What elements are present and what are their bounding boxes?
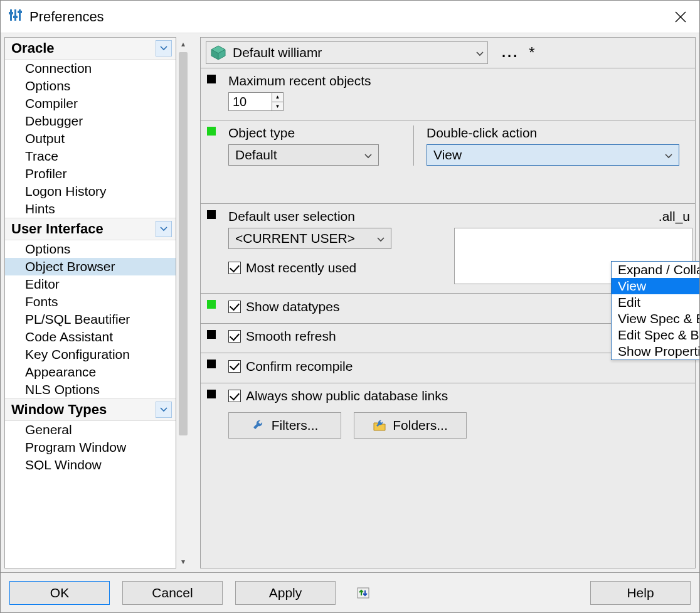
dropdown-item[interactable]: View Spec & Body [612, 311, 699, 327]
svg-rect-4 [13, 16, 18, 18]
spin-down-button[interactable]: ▼ [272, 102, 283, 111]
spin-up-button[interactable]: ▲ [272, 93, 283, 102]
svg-rect-5 [18, 11, 22, 13]
sidebar-item-general[interactable]: General [5, 421, 176, 439]
filters-button[interactable]: Filters... [228, 412, 341, 439]
dropdown-item[interactable]: View [612, 278, 699, 294]
chevron-down-icon[interactable] [156, 221, 172, 237]
sidebar-item-fonts[interactable]: Fonts [5, 293, 176, 311]
indicator-icon [207, 360, 216, 368]
checkbox-icon [228, 330, 241, 343]
checkbox-label: Most recently used [246, 260, 356, 275]
checkbox-label: Smooth refresh [246, 329, 336, 344]
setting-object-type-dblclick: Object type Default Double-click action … [201, 120, 695, 204]
profile-name: Default williamr [233, 45, 472, 60]
default-user-label: Default user selection [228, 209, 434, 224]
setting-max-recent: Maximum recent objects ▲ ▼ [201, 68, 695, 120]
confirm-recompile-checkbox[interactable]: Confirm recompile [228, 359, 353, 374]
sidebar-item-hints[interactable]: Hints [5, 200, 176, 218]
chevron-down-icon [476, 46, 484, 60]
dropdown-item[interactable]: Edit Spec & Body [612, 327, 699, 343]
indicator-icon [207, 390, 216, 398]
sidebar-item-program-window[interactable]: Program Window [5, 439, 176, 456]
sidebar-item-appearance[interactable]: Appearance [5, 363, 176, 381]
smooth-refresh-checkbox[interactable]: Smooth refresh [228, 329, 336, 344]
dblclick-select[interactable]: View [427, 144, 679, 166]
sidebar-scrollbar[interactable]: ▴ ▾ [176, 37, 190, 568]
checkbox-icon [228, 390, 241, 402]
category-header-oracle[interactable]: Oracle [5, 38, 176, 60]
profile-menu-button[interactable]: ... [502, 45, 519, 61]
svg-rect-11 [358, 588, 369, 598]
sidebar-item-debugger[interactable]: Debugger [5, 112, 176, 130]
sort-arrows-icon [356, 585, 371, 600]
indicator-icon [207, 127, 216, 136]
sidebar-item-editor[interactable]: Editor [5, 275, 176, 293]
sidebar-item-sql-window[interactable]: SQL Window [5, 456, 176, 470]
object-type-value: Default [235, 147, 361, 163]
dropdown-item[interactable]: Expand / Collapse [612, 262, 699, 278]
indicator-icon [207, 300, 216, 309]
dirty-indicator: * [529, 44, 534, 61]
sidebar-item-options[interactable]: Options [5, 77, 176, 95]
sort-icon-button[interactable] [352, 582, 374, 604]
dialog-footer: OK Cancel Apply Help [1, 572, 699, 612]
scroll-down-icon[interactable]: ▾ [176, 555, 190, 568]
sidebar-item-ui-options[interactable]: Options [5, 240, 176, 258]
object-type-label: Object type [228, 125, 406, 141]
chevron-down-icon [377, 232, 384, 245]
category-header-ui[interactable]: User Interface [5, 218, 176, 240]
apply-button[interactable]: Apply [235, 581, 336, 605]
sidebar-item-object-browser[interactable]: Object Browser [5, 258, 176, 275]
dblclick-dropdown-list[interactable]: Expand / Collapse View Edit View Spec & … [611, 261, 699, 360]
sidebar-item-beautifier[interactable]: PL/SQL Beautifier [5, 311, 176, 328]
window-close-button[interactable] [667, 3, 694, 31]
indicator-icon [207, 210, 216, 219]
default-user-value: <CURRENT USER> [235, 231, 373, 246]
indicator-icon [207, 330, 216, 339]
sidebar-item-output[interactable]: Output [5, 130, 176, 147]
most-recently-used-checkbox[interactable]: Most recently used [228, 260, 356, 275]
category-label: Window Types [11, 402, 156, 418]
settings-panel: Maximum recent objects ▲ ▼ Object type [200, 68, 696, 568]
checkbox-label: Always show public database links [246, 388, 448, 403]
wrench-icon [252, 418, 265, 432]
sidebar-item-trace[interactable]: Trace [5, 147, 176, 165]
scroll-thumb[interactable] [179, 52, 188, 435]
cancel-button[interactable]: Cancel [122, 581, 223, 605]
sidebar-item-code-assistant[interactable]: Code Assistant [5, 328, 176, 346]
help-button[interactable]: Help [590, 581, 691, 605]
chevron-down-icon[interactable] [156, 402, 172, 418]
sidebar-item-key-config[interactable]: Key Configuration [5, 346, 176, 363]
sidebar-item-connection[interactable]: Connection [5, 60, 176, 77]
dropdown-item[interactable]: Edit [612, 294, 699, 311]
scroll-up-icon[interactable]: ▴ [176, 37, 190, 51]
always-links-checkbox[interactable]: Always show public database links [228, 388, 448, 403]
sidebar-item-compiler[interactable]: Compiler [5, 95, 176, 112]
dropdown-item[interactable]: Show Properties [612, 343, 699, 360]
category-header-window-types[interactable]: Window Types [5, 398, 176, 421]
preferences-icon [8, 8, 22, 25]
sidebar-item-profiler[interactable]: Profiler [5, 165, 176, 183]
button-label: Filters... [272, 418, 319, 433]
category-sidebar: Oracle Connection Options Compiler Debug… [4, 37, 176, 568]
show-datatypes-checkbox[interactable]: Show datatypes [228, 299, 339, 314]
category-label: User Interface [11, 221, 156, 237]
folders-button[interactable]: Folders... [354, 412, 467, 439]
profile-dropdown[interactable]: Default williamr [206, 41, 488, 64]
chevron-down-icon[interactable] [156, 40, 172, 56]
checkbox-icon [228, 360, 241, 373]
ok-button[interactable]: OK [9, 581, 110, 605]
max-recent-label: Maximum recent objects [228, 73, 687, 88]
package-icon [210, 45, 226, 61]
checkbox-label: Confirm recompile [246, 359, 353, 374]
object-type-select[interactable]: Default [228, 144, 379, 166]
sidebar-item-nls-options[interactable]: NLS Options [5, 381, 176, 398]
svg-rect-0 [10, 9, 12, 21]
chevron-down-icon [364, 148, 372, 162]
dblclick-value: View [433, 147, 661, 163]
button-label: Folders... [393, 418, 448, 433]
default-user-select[interactable]: <CURRENT USER> [228, 228, 391, 249]
max-recent-input[interactable] [228, 92, 272, 111]
sidebar-item-logon-history[interactable]: Logon History [5, 183, 176, 200]
